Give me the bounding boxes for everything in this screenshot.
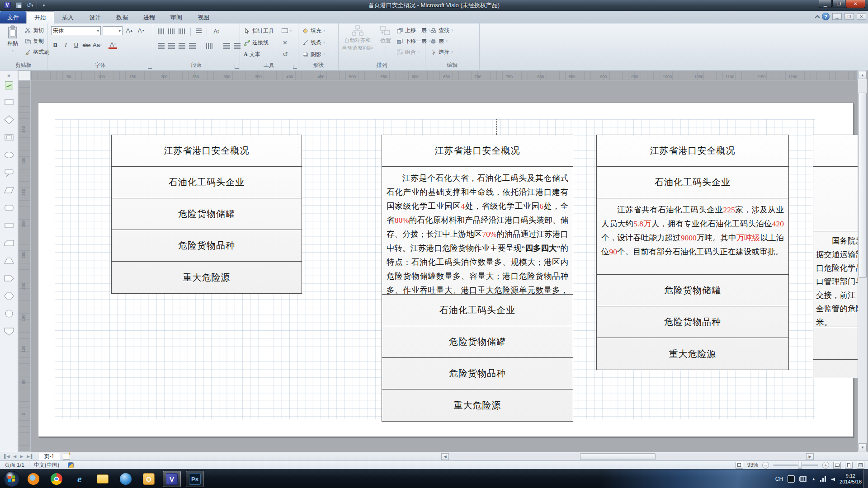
tab-进程[interactable]: 进程 <box>136 11 163 23</box>
diagram-box-1[interactable]: 江苏省港口安全概况石油化工码头企业危险货物储罐危险货物品种重大危险源 <box>111 135 302 294</box>
paste-button[interactable]: 粘贴▾ <box>3 25 23 53</box>
stencil-shape-trapezoid[interactable] <box>4 256 14 267</box>
macro-status-icon[interactable] <box>68 462 74 468</box>
last-page-icon[interactable]: ▶▌ <box>27 454 34 459</box>
diagram-section-row[interactable]: 石油化工码头企业 <box>597 167 788 198</box>
stencil-shape-rounded-rectangle[interactable] <box>4 203 14 214</box>
zoom-slider[interactable] <box>773 465 818 466</box>
bullets-icon[interactable] <box>196 28 202 34</box>
start-button[interactable] <box>4 471 20 487</box>
find-button[interactable]: 查找▾ <box>430 25 453 36</box>
stencil-shape-parallelogram[interactable] <box>4 185 14 197</box>
close-button[interactable]: ✕ <box>846 0 865 8</box>
stencil-shape-rectangle[interactable] <box>4 97 14 108</box>
vertical-ruler[interactable]: 050100150200250300350400450 <box>18 80 31 452</box>
doc-close-button[interactable]: ✕ <box>857 13 866 20</box>
scroll-down-arrow[interactable]: ▼ <box>859 443 867 451</box>
increase-indent-icon[interactable] <box>234 43 241 49</box>
connection-point-button[interactable]: ✕ <box>283 37 288 48</box>
page-indicator[interactable]: 页面 1/1 <box>0 461 29 469</box>
stencil-shape-diamond[interactable] <box>4 115 14 126</box>
strikethrough-button[interactable]: abc <box>82 41 91 49</box>
zoom-level[interactable]: 93% <box>747 462 758 468</box>
align-top-icon[interactable] <box>158 28 165 34</box>
show-hidden-icons[interactable]: ▲ <box>811 477 816 481</box>
diagram-section-row[interactable]: 危险货物储罐 <box>112 198 302 230</box>
diagram-section-title[interactable]: 江苏省港口安全概况 <box>382 135 573 167</box>
page-mode-icon[interactable] <box>736 462 743 469</box>
line-button[interactable]: 线条▾ <box>302 37 326 48</box>
decrease-indent-icon[interactable] <box>223 43 230 49</box>
network-icon[interactable] <box>820 476 827 482</box>
stencil-shape-arrow-pentagon[interactable] <box>4 273 14 285</box>
scroll-left-arrow[interactable]: ◀ <box>441 453 449 460</box>
taskbar-app-explorer[interactable] <box>94 471 112 487</box>
tab-视图[interactable]: 视图 <box>190 11 217 23</box>
stencil-shape-ellipse[interactable] <box>4 150 14 161</box>
grow-font-button[interactable]: A▲ <box>125 26 134 35</box>
switch-windows-icon[interactable] <box>857 462 864 469</box>
align-middle-icon[interactable] <box>168 28 175 34</box>
diagram-section-row[interactable]: 重大危险源 <box>597 338 788 370</box>
file-tab[interactable]: 文件 <box>0 11 26 23</box>
stencil-shape-callout[interactable] <box>4 168 14 179</box>
position-button[interactable]: 位置 ▾ <box>377 25 395 50</box>
diagram-section-title[interactable]: 江苏省港口安全概况 <box>597 135 788 167</box>
vertical-scrollbar[interactable]: ▲ ▼ <box>858 70 867 452</box>
next-page-icon[interactable]: ▶ <box>20 454 24 459</box>
diagram-box-2[interactable]: 江苏省港口安全概况江苏是个石化大省，石油化工码头及其仓储式石化产业的基础支撑和生… <box>382 135 573 422</box>
tray-clock[interactable]: 9:12 2014/5/16 <box>840 473 862 485</box>
input-method-icon[interactable] <box>788 475 795 483</box>
horizontal-scroll-thumb[interactable] <box>580 453 656 460</box>
auto-align-button[interactable]: 自动对齐和 自动调整间距 <box>340 25 375 52</box>
taskbar-app-visio[interactable]: V <box>163 471 181 487</box>
stencil-shape-framed-rectangle[interactable] <box>4 132 14 144</box>
align-center-icon[interactable] <box>168 43 175 49</box>
scroll-up-arrow[interactable]: ▲ <box>859 71 867 79</box>
scroll-right-arrow[interactable]: ▶ <box>806 453 814 460</box>
taskbar-app-chrome[interactable] <box>47 471 66 487</box>
paragraph-dialog-launcher[interactable] <box>235 65 239 69</box>
stencil-shape-rectangle-2[interactable] <box>4 221 14 232</box>
stencil-shape-card[interactable] <box>4 238 14 249</box>
fit-page-icon[interactable] <box>833 462 841 469</box>
stencil-shape-hexagon[interactable] <box>4 291 14 302</box>
select-button[interactable]: 选择▾ <box>430 47 453 57</box>
underline-button[interactable]: U <box>72 41 80 49</box>
cut-button[interactable]: 剪切 <box>24 25 49 36</box>
diagram-section-para[interactable]: 江苏省共有石油化工码头企业225家，涉及从业人员大约5.8万人，拥有专业化石油化… <box>597 198 788 275</box>
drawing-canvas[interactable]: 江苏省港口安全概况石油化工码头企业危险货物储罐危险货物品种重大危险源江苏省港口安… <box>31 80 858 452</box>
minimize-ribbon-icon[interactable] <box>815 14 819 19</box>
diagram-section-row[interactable]: 石油化工码头企业 <box>382 295 573 326</box>
change-case-button[interactable]: Aa▾ <box>93 41 102 49</box>
language-indicator[interactable]: 中文(中国) <box>29 461 64 469</box>
taskbar-app-firefox[interactable] <box>24 471 42 487</box>
zoom-out-icon[interactable]: − <box>762 462 769 469</box>
font-size-select[interactable]: ▾ <box>103 26 123 35</box>
diagram-box-4[interactable]: 国务院新《据交通运输部和口危险化学品安口管理部门与安交接，前江全监管的危险货米。 <box>813 135 858 378</box>
tab-插入[interactable]: 插入 <box>54 11 81 23</box>
whole-page-icon[interactable] <box>845 462 853 469</box>
align-left-icon[interactable] <box>158 43 165 49</box>
diagram-section-row[interactable]: 重大危险源 <box>382 389 573 421</box>
tab-数据[interactable]: 数据 <box>108 11 136 23</box>
tools-dialog-launcher[interactable] <box>293 65 297 69</box>
vertical-scroll-thumb[interactable] <box>859 93 867 278</box>
horizontal-ruler[interactable]: 5010015020025030035040045050055060065070… <box>31 70 858 80</box>
align-right-icon[interactable] <box>179 43 185 49</box>
character-spacing-icon[interactable]: A5 <box>212 27 221 36</box>
tab-开始[interactable]: 开始 <box>26 11 54 23</box>
expand-stencil-icon[interactable]: » <box>7 72 10 79</box>
diagram-section-row[interactable]: 危险货物品种 <box>382 358 573 389</box>
format-painter-button[interactable]: 格式刷 <box>24 47 49 57</box>
diagram-section-row[interactable]: 危险货物品种 <box>597 306 788 338</box>
minimize-button[interactable]: ▁ <box>819 0 832 8</box>
taskbar-app-ie[interactable]: e <box>71 471 89 487</box>
diagram-section-row[interactable]: 危险货物储罐 <box>382 326 573 358</box>
restore-button[interactable]: ❐ <box>832 0 845 8</box>
shapes-window-icon[interactable] <box>5 81 13 89</box>
font-color-button[interactable]: A▾ <box>108 42 117 49</box>
connector-button[interactable]: 连接线 <box>244 37 269 48</box>
diagram-section-lines[interactable]: 国务院新《据交通运输部和口危险化学品安口管理部门与安交接，前江全监管的危险货米。 <box>813 231 858 327</box>
shadow-button[interactable]: 阴影▾ <box>302 49 326 60</box>
